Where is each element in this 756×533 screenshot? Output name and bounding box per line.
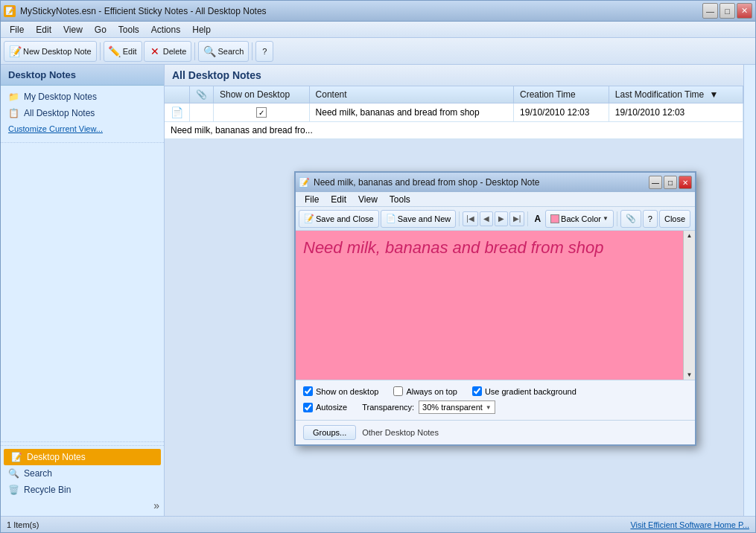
note-text-area[interactable]: Need milk, bananas and bread from shop ▲…: [296, 231, 695, 380]
toolbar-separator-1: [100, 42, 101, 60]
scroll-up-button[interactable]: ▲: [687, 232, 693, 239]
note-preview: Need milk, bananas and bread fro...: [165, 122, 743, 139]
sidebar-item-search[interactable]: 🔍 Search: [1, 465, 164, 482]
menu-tools[interactable]: Tools: [112, 23, 145, 36]
note-scrollbar[interactable]: ▲ ▼: [683, 231, 695, 380]
row-creation-time: 19/10/2010 12:03: [514, 103, 609, 122]
main-scrollbar[interactable]: [743, 65, 755, 516]
sidebar-section-notes: 📁 My Desktop Notes 📋 All Desktop Notes C…: [1, 86, 164, 139]
menu-go[interactable]: Go: [89, 23, 112, 36]
main-toolbar: 📝 New Desktop Note ✏️ Edit ✕ Delete 🔍 Se…: [1, 38, 755, 65]
nav-first-button[interactable]: |◀: [463, 211, 478, 226]
col-creation-time[interactable]: Creation Time: [514, 86, 609, 103]
menu-actions[interactable]: Actions: [145, 23, 186, 36]
nav-prev-button[interactable]: ◀: [480, 211, 493, 226]
help-button[interactable]: ?: [255, 41, 273, 62]
autosize-label: Autosize: [316, 403, 347, 412]
dialog-minimize-button[interactable]: —: [649, 176, 662, 189]
dialog-menu-view[interactable]: View: [352, 193, 384, 206]
sidebar: Desktop Notes 📁 My Desktop Notes 📋 All D…: [1, 65, 165, 516]
title-bar-buttons: — □ ✕: [702, 3, 752, 19]
row-show-on-desktop[interactable]: ✓: [214, 103, 310, 122]
dialog-footer: Groups... Other Desktop Notes: [296, 420, 695, 444]
close-window-button[interactable]: ✕: [737, 3, 752, 19]
help-dialog-icon: ?: [648, 214, 652, 223]
main-content-header: All Desktop Notes: [165, 65, 743, 86]
transparency-select[interactable]: 30% transparent ▼: [419, 400, 495, 414]
save-and-close-button[interactable]: 📝 Save and Close: [299, 210, 379, 228]
dialog-toolbar: 📝 Save and Close 📄 Save and New |◀ ◀ ▶ ▶…: [296, 207, 695, 231]
nav-last-button[interactable]: ▶|: [509, 211, 525, 226]
show-on-desktop-option[interactable]: Show on desktop: [303, 386, 378, 396]
autosize-option[interactable]: Autosize: [303, 403, 347, 412]
dialog-overlay: 📝 Need milk, bananas and bread from shop…: [294, 171, 696, 446]
show-on-desktop-checkbox[interactable]: ✓: [256, 107, 267, 118]
recycle-icon: 🗑️: [8, 485, 19, 495]
other-notes-label: Other Desktop Notes: [362, 428, 439, 437]
col-content[interactable]: Content: [309, 86, 513, 103]
dialog-menu-edit[interactable]: Edit: [325, 193, 352, 206]
show-on-desktop-checkbox[interactable]: [303, 386, 313, 396]
col-show-on-desktop[interactable]: Show on Desktop: [214, 86, 310, 103]
transparency-value: 30% transparent: [422, 403, 483, 412]
sidebar-divider-1: [1, 142, 164, 143]
menu-help[interactable]: Help: [186, 23, 217, 36]
items-count: 1 Item(s): [7, 520, 39, 529]
search-button[interactable]: 🔍 Search: [198, 41, 249, 62]
table-header-row: 📎 Show on Desktop Content Creation Time …: [165, 86, 743, 103]
groups-button[interactable]: Groups...: [303, 425, 356, 440]
dialog-titlebar-buttons: — □ ✕: [649, 176, 692, 189]
attach-button[interactable]: 📎: [620, 210, 641, 228]
new-note-button[interactable]: 📝 New Desktop Note: [4, 41, 97, 62]
help-icon: ?: [262, 47, 267, 56]
save-and-new-button[interactable]: 📄 Save and New: [381, 210, 457, 228]
dialog-menu-file[interactable]: File: [299, 193, 325, 206]
visit-link[interactable]: Visit Efficient Software Home P...: [630, 520, 749, 529]
scroll-down-button[interactable]: ▼: [687, 371, 693, 378]
delete-button[interactable]: ✕ Delete: [144, 41, 192, 62]
dialog-maximize-button[interactable]: □: [664, 176, 677, 189]
table-row[interactable]: 📄 ✓ Need milk, bananas and bread from sh…: [165, 103, 743, 122]
notes-table: 📎 Show on Desktop Content Creation Time …: [165, 86, 743, 139]
always-on-top-checkbox[interactable]: [393, 386, 403, 396]
sidebar-item-desktop-notes[interactable]: 📝 Desktop Notes: [4, 449, 161, 465]
edit-button[interactable]: ✏️ Edit: [104, 41, 142, 62]
table-header: 📎 Show on Desktop Content Creation Time …: [165, 86, 743, 103]
use-gradient-option[interactable]: Use gradient background: [472, 386, 576, 396]
expand-sidebar-button[interactable]: »: [1, 498, 164, 513]
new-note-label: New Desktop Note: [23, 47, 92, 56]
sidebar-item-recycle-bin[interactable]: 🗑️ Recycle Bin: [1, 482, 164, 498]
transparency-label: Transparency:: [362, 403, 414, 412]
back-color-button[interactable]: Back Color ▼: [545, 210, 614, 228]
sidebar-item-all-desktop-notes[interactable]: 📋 All Desktop Notes: [1, 105, 164, 121]
always-on-top-option[interactable]: Always on top: [393, 386, 457, 396]
desktop-notes-icon: 📝: [11, 452, 22, 462]
delete-icon: ✕: [149, 45, 161, 57]
menu-edit[interactable]: Edit: [30, 23, 57, 36]
sidebar-item-my-desktop-notes[interactable]: 📁 My Desktop Notes: [1, 89, 164, 105]
col-last-mod-time: Last Modification Time ▼: [609, 86, 743, 103]
dialog-close-button[interactable]: ✕: [679, 176, 692, 189]
sidebar-spacer: [1, 146, 164, 438]
color-dropdown-arrow: ▼: [603, 215, 609, 222]
customize-view-link[interactable]: Customize Current View...: [1, 121, 164, 136]
use-gradient-label: Use gradient background: [485, 387, 576, 396]
col-attach: 📎: [190, 86, 214, 103]
minimize-button[interactable]: —: [702, 3, 718, 19]
menu-file[interactable]: File: [4, 23, 30, 36]
dialog-menu-tools[interactable]: Tools: [384, 193, 416, 206]
dialog-title-icon: 📝: [299, 177, 310, 188]
autosize-checkbox[interactable]: [303, 403, 313, 412]
always-on-top-label: Always on top: [406, 387, 457, 396]
sort-icon: ▼: [710, 89, 719, 100]
note-content: Need milk, bananas and bread from shop: [303, 238, 687, 258]
search-label: Search: [217, 47, 244, 56]
help-dialog-button[interactable]: ?: [643, 210, 658, 228]
use-gradient-checkbox[interactable]: [472, 386, 482, 396]
maximize-button[interactable]: □: [720, 3, 735, 19]
dialog-close-toolbar-button[interactable]: Close: [659, 210, 690, 228]
status-bar: 1 Item(s) Visit Efficient Software Home …: [1, 516, 755, 532]
menu-view[interactable]: View: [57, 23, 89, 36]
toolbar-separator-3: [252, 42, 252, 60]
nav-next-button[interactable]: ▶: [495, 211, 508, 226]
